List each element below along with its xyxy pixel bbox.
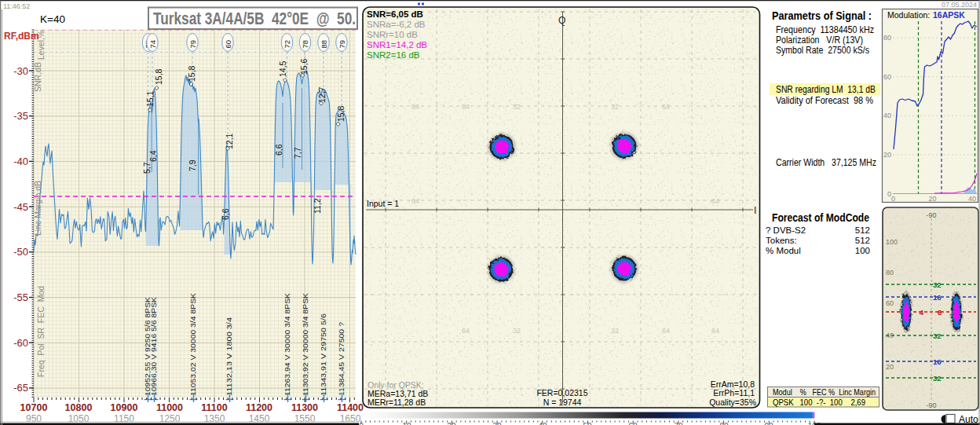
svg-text:ErrPh=11,1: ErrPh=11,1 [713, 388, 755, 398]
svg-text:11343,91 V 29750 5/6: 11343,91 V 29750 5/6 [319, 313, 327, 396]
svg-text:-30: -30 [13, 65, 28, 77]
svg-text:79: 79 [188, 40, 197, 49]
svg-text:4: 4 [920, 308, 924, 317]
svg-text:32: 32 [933, 374, 942, 383]
svg-text:11000: 11000 [156, 402, 183, 413]
svg-text:15,1: 15,1 [145, 90, 155, 107]
svg-text:-35: -35 [13, 110, 28, 122]
svg-text:15,8: 15,8 [154, 68, 163, 85]
svg-text:15,8: 15,8 [187, 65, 196, 82]
svg-text:74: 74 [148, 40, 157, 49]
svg-text:-90: -90 [926, 211, 936, 219]
svg-text:-60: -60 [13, 337, 28, 349]
svg-text:12,1: 12,1 [225, 133, 234, 149]
svg-text:512: 512 [855, 225, 870, 235]
svg-text:-50: -50 [13, 246, 28, 258]
svg-text:40: 40 [968, 195, 976, 203]
svg-text:Auto: Auto [959, 414, 978, 425]
svg-text:32: 32 [611, 103, 619, 111]
svg-text:? DVB-S2: ? DVB-S2 [766, 225, 806, 235]
svg-text:11200: 11200 [246, 402, 272, 413]
svg-text:5,7: 5,7 [142, 162, 152, 174]
svg-text:14,5: 14,5 [278, 60, 287, 77]
svg-text:64: 64 [662, 103, 670, 111]
svg-text:64: 64 [711, 197, 719, 205]
svg-text:60: 60 [883, 73, 891, 81]
svg-text:10966,30 V 9416 5/6 8PSK: 10966,30 V 9416 5/6 8PSK [149, 296, 158, 396]
svg-text:72: 72 [283, 40, 291, 49]
svg-text:40: 40 [538, 422, 547, 425]
svg-text:11,2: 11,2 [313, 198, 322, 214]
svg-text:1250: 1250 [159, 413, 181, 424]
svg-text:SNR2=16 dB: SNR2=16 dB [367, 50, 420, 60]
svg-text:32: 32 [611, 327, 619, 335]
svg-text:SNR regarding LM 13,1 dB: SNR regarding LM 13,1 dB [776, 84, 876, 95]
svg-text:1350: 1350 [204, 413, 225, 424]
svg-text:80: 80 [886, 269, 894, 277]
svg-text:11:46:52: 11:46:52 [3, 2, 30, 10]
svg-text:Quality=35%: Quality=35% [709, 398, 756, 407]
svg-text:07.05.2024: 07.05.2024 [942, 1, 977, 9]
svg-text:I: I [754, 205, 756, 216]
svg-text:30: 30 [492, 422, 502, 425]
svg-text:80: 80 [883, 34, 891, 42]
svg-text:11384,45 V 27500 ?: 11384,45 V 27500 ? [337, 322, 346, 396]
svg-text:32: 32 [513, 103, 521, 111]
svg-text:Input = 1: Input = 1 [367, 199, 399, 208]
svg-text:Freq Pol SR FEC Mod: Freq Pol SR FEC Mod [36, 286, 46, 377]
svg-text:Modul % FEC % Linc Margi: Modul % FEC % Linc Margin [773, 387, 876, 397]
svg-text:11100: 11100 [201, 402, 227, 413]
svg-text:6,4: 6,4 [148, 150, 158, 162]
svg-text:FER=0,02315: FER=0,02315 [536, 388, 587, 398]
svg-text:64: 64 [711, 327, 719, 335]
svg-text:10800: 10800 [65, 402, 93, 413]
svg-text:N = 19744: N = 19744 [543, 398, 582, 407]
svg-text:15,8: 15,8 [336, 105, 346, 122]
svg-text:60: 60 [628, 422, 638, 425]
svg-text:1150: 1150 [114, 413, 134, 424]
svg-text:SNRa=-6,2 dB: SNRa=-6,2 dB [367, 20, 426, 29]
svg-text:Turksat 3A/4A/5B 42°0E @ 50: Turksat 3A/4A/5B 42°0E @ 50. [153, 9, 356, 28]
svg-text:60: 60 [886, 299, 894, 307]
svg-text:100: 100 [855, 246, 870, 255]
svg-text:SNR1=14,2 dB: SNR1=14,2 dB [367, 40, 427, 49]
svg-text:1650: 1650 [340, 413, 361, 424]
svg-text:11132,13 V 1800 3/4: 11132,13 V 1800 3/4 [225, 317, 233, 396]
svg-text:Carrier Width 37,125 MHz: Carrier Width 37,125 MHz [776, 157, 876, 168]
svg-text:40: 40 [883, 112, 891, 119]
svg-text:6,6: 6,6 [274, 144, 283, 156]
svg-text:64: 64 [462, 103, 470, 111]
svg-text:64: 64 [411, 103, 419, 111]
svg-text:20: 20 [928, 195, 936, 203]
svg-text:0: 0 [359, 422, 364, 425]
svg-text:8: 8 [938, 308, 942, 317]
svg-text:10: 10 [402, 422, 411, 425]
svg-text:64: 64 [662, 327, 670, 335]
svg-text:Frequency 11384450 kHz: Frequency 11384450 kHz [776, 24, 874, 35]
svg-text:11303,92 V 30000 3/4 8PSK: 11303,92 V 30000 3/4 8PSK [301, 292, 309, 396]
svg-text:Parametrs of Signal :: Parametrs of Signal : [772, 9, 872, 22]
svg-text:-40: -40 [13, 156, 28, 167]
svg-text:SNRr=10 dB: SNRr=10 dB [367, 30, 418, 39]
svg-text:7,7: 7,7 [293, 147, 302, 159]
svg-text:K=40: K=40 [40, 13, 65, 25]
svg-text:MERr=11,28 dB: MERr=11,28 dB [368, 398, 426, 407]
svg-text:16: 16 [933, 357, 942, 366]
svg-text:64: 64 [462, 327, 470, 335]
svg-text:SNR=6,05 dB: SNR=6,05 dB [367, 9, 423, 19]
svg-text:32: 32 [933, 332, 942, 340]
svg-text:32: 32 [933, 280, 942, 289]
svg-text:79: 79 [338, 40, 346, 49]
svg-text:10900: 10900 [111, 402, 138, 413]
svg-text:11400: 11400 [337, 402, 364, 413]
svg-text:20: 20 [883, 151, 891, 159]
svg-text:RF,dBm: RF,dBm [4, 31, 39, 42]
svg-text:-90: -90 [926, 401, 936, 409]
svg-text:Symbol Rate 27500 kS/s: Symbol Rate 27500 kS/s [776, 45, 869, 56]
svg-text:11300: 11300 [291, 402, 318, 413]
svg-text:-55: -55 [13, 291, 28, 303]
svg-text:1050: 1050 [68, 413, 90, 424]
svg-text:88: 88 [320, 40, 328, 49]
svg-text:Forecast of ModCode: Forecast of ModCode [772, 211, 869, 224]
svg-text:64: 64 [411, 197, 419, 205]
